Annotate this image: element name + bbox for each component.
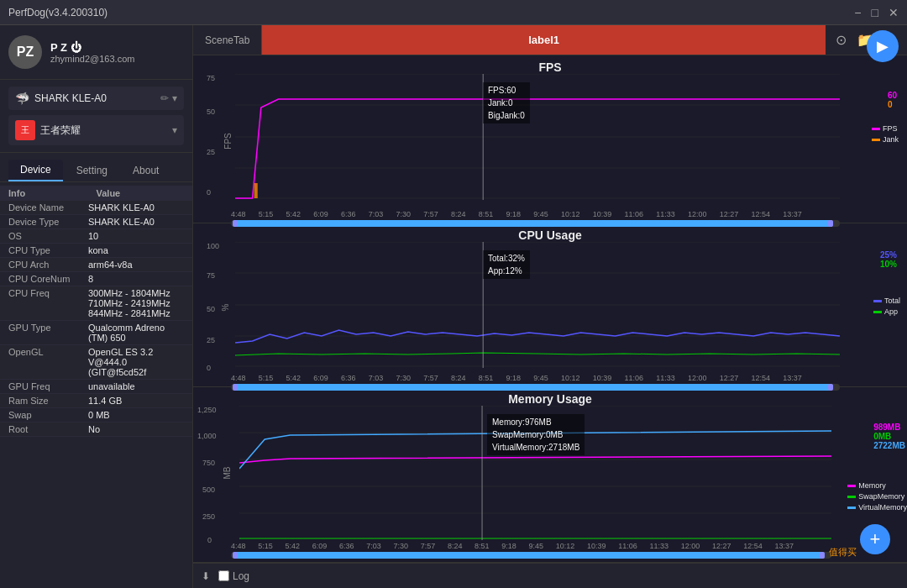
tab-about[interactable]: About (121, 160, 170, 181)
info-key-8: OpenGL (8, 347, 88, 377)
info-header: Info Value (0, 186, 192, 201)
info-row-1: Device TypeSHARK KLE-A0 (0, 215, 192, 229)
mem-ytick-1000: 1,000 (197, 432, 217, 440)
memory-chart: Memory Usage MB 1,250 1,000 750 500 250 … (193, 387, 907, 563)
main-layout: PZ P Z ⏻ zhymind2@163.com 🦈 SHARK KLE-A0… (0, 25, 907, 588)
info-row-7: GPU TypeQualcomm Adreno (TM) 650 (0, 321, 192, 345)
email: zhymind2@163.com (50, 54, 134, 64)
col-value: Value (97, 188, 185, 198)
info-key-0: Device Name (8, 202, 88, 213)
info-row-0: Device NameSHARK KLE-A0 (0, 201, 192, 215)
info-val-11: 0 MB (88, 410, 184, 420)
target-icon[interactable]: ⊙ (836, 32, 847, 48)
svg-rect-5 (254, 183, 258, 198)
game-label: 王者荣耀 (40, 123, 167, 138)
cpu-ytick-25: 25 (207, 336, 215, 344)
fps-ytick-25: 25 (207, 148, 215, 156)
mem-ytick-500: 500 (202, 486, 215, 494)
memory-current-vals: 989MB 0MB 2722MB (873, 423, 905, 450)
scene-tab-label: SceneTab (193, 25, 262, 55)
tab-device[interactable]: Device (8, 160, 63, 181)
game-row[interactable]: 王 王者荣耀 ▾ (8, 115, 184, 145)
info-row-9: GPU Frequnavailable (0, 380, 192, 394)
tabs-row: Device Setting About (0, 153, 192, 182)
memory-thumb-left[interactable] (233, 552, 238, 559)
fps-chart-title: FPS (193, 55, 907, 74)
info-key-1: Device Type (8, 217, 88, 227)
plus-button[interactable]: + (860, 524, 890, 554)
username: P Z ⏻ (50, 41, 134, 54)
info-key-2: OS (8, 231, 88, 241)
fps-legend-jank: Jank (872, 135, 899, 144)
edit-icon[interactable]: ✏ (160, 92, 169, 104)
maximize-button[interactable]: □ (872, 6, 878, 19)
scene-tab-bar: SceneTab label1 ⊙ 📁 ☁ ▶ (193, 25, 907, 55)
device-actions: ✏ ▾ (160, 92, 177, 104)
device-icon: 🦈 (15, 92, 29, 105)
mem-ytick-0: 0 (207, 536, 212, 544)
active-scene-tab[interactable]: label1 (262, 25, 826, 55)
info-val-9: unavailable (88, 381, 184, 391)
info-val-3: kona (88, 245, 184, 255)
info-val-2: 10 (88, 231, 184, 241)
tab-setting[interactable]: Setting (65, 160, 119, 181)
cpu-chart-title: CPU Usage (193, 223, 907, 242)
info-key-3: CPU Type (8, 245, 88, 255)
cpu-ytick-100: 100 (207, 242, 219, 250)
info-table: Info Value Device NameSHARK KLE-A0Device… (0, 182, 192, 588)
info-val-5: 8 (88, 274, 184, 284)
info-key-12: Root (8, 424, 88, 434)
mem-ytick-1250: 1,250 (197, 406, 217, 414)
sidebar: PZ P Z ⏻ zhymind2@163.com 🦈 SHARK KLE-A0… (0, 25, 193, 588)
info-row-8: OpenGLOpenGL ES 3.2 V@444.0 (GIT@f5cd52f (0, 345, 192, 380)
title-bar: PerfDog(v3.4.200310) − □ ✕ (0, 0, 907, 25)
chevron-down-icon[interactable]: ▾ (172, 92, 177, 104)
info-key-6: CPU Freq (8, 288, 88, 318)
info-key-9: GPU Freq (8, 381, 88, 391)
mem-ytick-250: 250 (202, 512, 215, 521)
info-row-2: OS10 (0, 229, 192, 244)
info-val-0: SHARK KLE-A0 (88, 202, 184, 213)
fps-y-label: FPS (223, 133, 233, 149)
cpu-chart: CPU Usage % 100 75 50 25 0 (193, 223, 907, 387)
memory-chart-title: Memory Usage (193, 387, 907, 406)
fps-chart: FPS FPS 75 50 25 0 (193, 55, 907, 223)
memory-x-labels: 4:485:155:42 6:096:367:03 7:307:578:24 8… (193, 540, 831, 550)
cpu-current-vals: 25% 10% (880, 250, 897, 269)
log-label: Log (233, 570, 249, 582)
info-val-12: No (88, 424, 184, 434)
fps-current-vals: 60 0 (888, 91, 897, 109)
device-row[interactable]: 🦈 SHARK KLE-A0 ✏ ▾ (8, 87, 184, 110)
minimize-button[interactable]: − (854, 6, 861, 19)
info-key-10: Ram Size (8, 396, 88, 406)
cpu-ytick-50: 50 (207, 305, 215, 313)
close-button[interactable]: ✕ (889, 6, 899, 19)
info-val-8: OpenGL ES 3.2 V@444.0 (GIT@f5cd52f (88, 347, 184, 377)
device-section: 🦈 SHARK KLE-A0 ✏ ▾ 王 王者荣耀 ▾ (0, 80, 192, 153)
info-key-11: Swap (8, 410, 88, 420)
info-val-7: Qualcomm Adreno (TM) 650 (88, 323, 184, 343)
window-controls[interactable]: − □ ✕ (854, 6, 899, 19)
memory-scrollbar[interactable] (231, 552, 831, 559)
memory-y-label: MB (223, 467, 232, 480)
info-key-5: CPU CoreNum (8, 274, 88, 284)
watermark: 值得买 (829, 546, 857, 559)
memory-scrollbar-thumb[interactable] (233, 552, 825, 559)
chevron-down-icon-game[interactable]: ▾ (172, 124, 177, 136)
cpu-ytick-75: 75 (207, 271, 215, 280)
fps-ytick-0: 0 (207, 188, 211, 197)
cpu-ytick-0: 0 (207, 364, 211, 372)
memory-legend: Memory SwapMemory VirtualMemory (847, 481, 907, 512)
log-checkbox[interactable] (218, 570, 229, 581)
fps-legend-fps: FPS (872, 124, 899, 133)
info-row-3: CPU Typekona (0, 244, 192, 258)
log-checkbox-row[interactable]: Log (218, 570, 249, 582)
bottom-bar-icon[interactable]: ⬇ (202, 570, 210, 582)
info-key-4: CPU Arch (8, 260, 88, 270)
info-row-11: Swap0 MB (0, 408, 192, 423)
info-row-6: CPU Freq300MHz - 1804MHz 710MHz - 2419MH… (0, 286, 192, 321)
info-row-12: RootNo (0, 423, 192, 437)
col-info: Info (8, 188, 97, 198)
memory-thumb-right[interactable] (820, 552, 825, 559)
cpu-legend: Total App (873, 297, 900, 316)
